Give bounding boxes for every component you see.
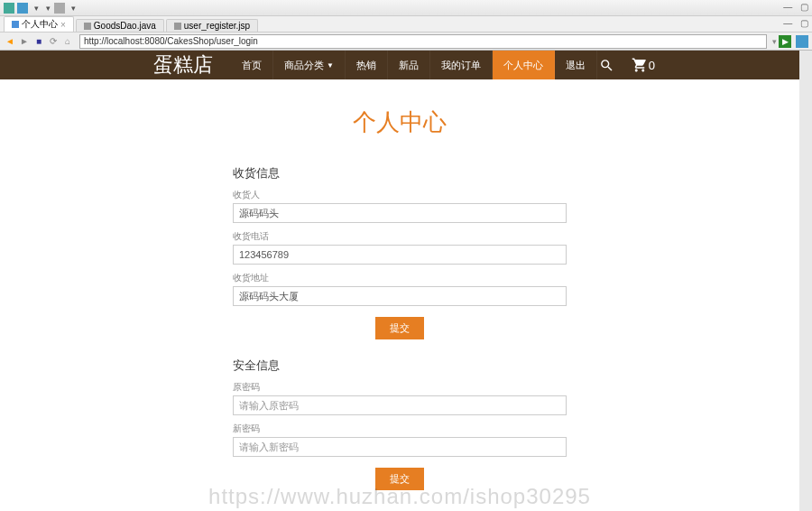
minimize-icon[interactable]: — xyxy=(783,2,792,12)
scroll-down-icon[interactable]: ▼ xyxy=(800,506,812,511)
toolbar-icon[interactable] xyxy=(4,3,14,14)
recipient-input[interactable] xyxy=(233,203,567,223)
editor-tabs: 个人中心 × GoodsDao.java user_register.jsp —… xyxy=(0,16,812,33)
java-icon xyxy=(84,23,91,30)
nav-new[interactable]: 新品 xyxy=(388,51,430,79)
browser-viewport: 蛋糕店 首页 商品分类▼ 热销 新品 我的订单 个人中心 退出 0 个人中心 收… xyxy=(0,51,812,511)
chevron-down-icon: ▼ xyxy=(327,61,334,70)
new-password-label: 新密码 xyxy=(233,423,567,435)
toolbar-dropdown[interactable]: ▾ xyxy=(46,4,51,13)
back-button[interactable]: ◄ xyxy=(4,35,16,48)
url-input[interactable]: http://localhost:8080/CakesShop/user_log… xyxy=(79,34,767,49)
tab-user-register[interactable]: user_register.jsp xyxy=(166,19,258,32)
url-dropdown-icon[interactable]: ▾ xyxy=(772,37,777,46)
nav-home[interactable]: 首页 xyxy=(231,51,273,79)
ide-toolbar: ▾ ▾ ▾ — ▢ xyxy=(0,0,812,16)
cart-count: 0 xyxy=(649,59,655,72)
recipient-label: 收货人 xyxy=(233,189,567,201)
section-shipping-title: 收货信息 xyxy=(233,165,567,181)
extension-icon[interactable] xyxy=(796,35,808,48)
scroll-thumb[interactable] xyxy=(801,63,812,244)
nav-profile[interactable]: 个人中心 xyxy=(493,51,555,79)
tab-label: user_register.jsp xyxy=(184,21,250,31)
browser-toolbar: ◄ ► ■ ⟳ ⌂ http://localhost:8080/CakesSho… xyxy=(0,33,812,51)
page-title: 个人中心 xyxy=(0,107,799,138)
brand-logo[interactable]: 蛋糕店 xyxy=(153,51,213,79)
toolbar-icon[interactable] xyxy=(54,3,65,14)
old-password-input[interactable] xyxy=(233,395,567,415)
submit-shipping-button[interactable]: 提交 xyxy=(375,317,424,339)
toolbar-dropdown[interactable]: ▾ xyxy=(71,4,76,13)
new-password-input[interactable] xyxy=(233,437,567,457)
nav-categories[interactable]: 商品分类▼ xyxy=(273,51,346,79)
old-password-label: 原密码 xyxy=(233,381,567,394)
world-icon xyxy=(12,21,19,28)
go-button[interactable]: ▶ xyxy=(779,35,791,48)
close-icon[interactable]: × xyxy=(60,20,66,30)
search-icon[interactable] xyxy=(599,58,614,73)
editor-controls: — ▢ xyxy=(778,18,808,28)
scroll-up-icon[interactable]: ▲ xyxy=(800,51,812,63)
phone-label: 收货电话 xyxy=(233,230,567,243)
phone-input[interactable] xyxy=(233,245,567,265)
site-navbar: 蛋糕店 首页 商品分类▼ 热销 新品 我的订单 个人中心 退出 0 xyxy=(0,51,799,79)
nav-right: 0 xyxy=(599,57,655,73)
form-container: 收货信息 收货人 收货电话 收货地址 提交 安全信息 原密码 新密码 提交 xyxy=(233,165,567,490)
submit-password-button[interactable]: 提交 xyxy=(375,468,424,490)
vertical-scrollbar[interactable]: ▲ ▼ xyxy=(799,51,812,511)
window-controls: — ▢ xyxy=(778,2,808,12)
refresh-button[interactable]: ⟳ xyxy=(47,35,60,48)
tab-goodsdao[interactable]: GoodsDao.java xyxy=(76,19,164,32)
java-icon xyxy=(174,23,181,30)
stop-button[interactable]: ■ xyxy=(32,35,45,48)
toolbar-icon[interactable] xyxy=(17,3,28,14)
cart-icon xyxy=(631,57,649,73)
home-button[interactable]: ⌂ xyxy=(61,35,74,48)
nav-menu: 首页 商品分类▼ 热销 新品 我的订单 个人中心 退出 xyxy=(231,51,597,79)
tab-personal-center[interactable]: 个人中心 × xyxy=(4,16,74,32)
maximize-icon[interactable]: ▢ xyxy=(800,18,808,28)
url-text: http://localhost:8080/CakesShop/user_log… xyxy=(84,36,258,46)
page-content: 个人中心 收货信息 收货人 收货电话 收货地址 提交 安全信息 原密码 新密码 … xyxy=(0,79,799,511)
minimize-icon[interactable]: — xyxy=(783,18,792,28)
cart-button[interactable]: 0 xyxy=(631,57,655,73)
nav-hot[interactable]: 热销 xyxy=(346,51,388,79)
tab-label: 个人中心 xyxy=(22,18,58,31)
address-label: 收货地址 xyxy=(233,272,567,284)
toolbar-dropdown[interactable]: ▾ xyxy=(34,4,39,13)
nav-logout[interactable]: 退出 xyxy=(555,51,597,79)
tab-label: GoodsDao.java xyxy=(94,21,156,31)
address-input[interactable] xyxy=(233,286,567,306)
nav-orders[interactable]: 我的订单 xyxy=(430,51,493,79)
forward-button[interactable]: ► xyxy=(18,35,31,48)
section-security-title: 安全信息 xyxy=(233,358,567,374)
maximize-icon[interactable]: ▢ xyxy=(800,2,808,12)
